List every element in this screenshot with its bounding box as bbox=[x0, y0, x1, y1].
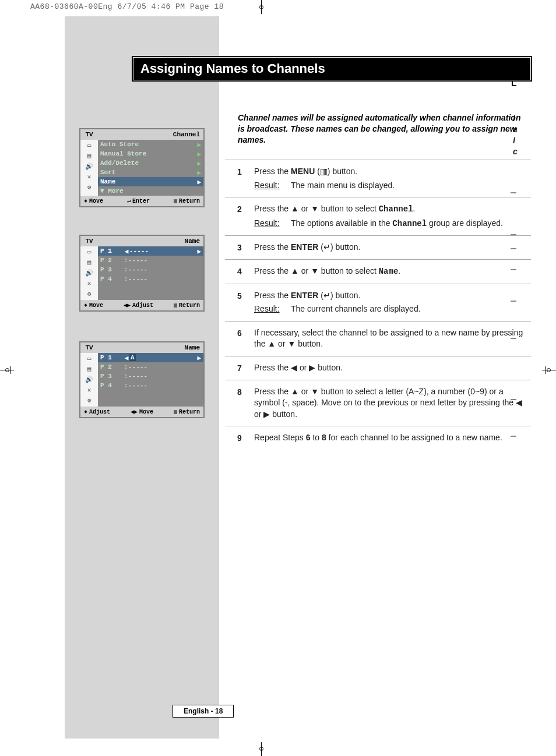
step-number: 4 bbox=[225, 266, 254, 278]
osd-ch: P 4 bbox=[100, 382, 124, 389]
enter-icon: ↵ bbox=[323, 242, 330, 252]
down-icon: ▼ bbox=[311, 204, 319, 213]
down-icon: ▼ bbox=[311, 266, 319, 275]
osd-foot-label: Enter bbox=[132, 198, 150, 204]
up-icon: ▲ bbox=[291, 204, 299, 213]
left-icon: ◀ bbox=[291, 363, 297, 372]
picture-icon: ▭ bbox=[84, 354, 94, 362]
osd-hdr-right: Name bbox=[98, 238, 203, 245]
crop-mark bbox=[259, 747, 263, 751]
right-icon: ▶ bbox=[263, 409, 270, 419]
osd-hdr-right: Channel bbox=[98, 131, 203, 138]
menu-icon: ▥ bbox=[174, 408, 177, 415]
cutoff-line: c bbox=[513, 146, 518, 157]
step-body: If necessary, select the channel to be a… bbox=[254, 327, 531, 350]
crop-mark bbox=[545, 366, 546, 374]
down-icon: ▼ bbox=[287, 339, 295, 348]
step-body: Press the MENU (▥) button. Result: The m… bbox=[254, 166, 531, 191]
osd-hdr-left: TV bbox=[80, 344, 98, 351]
leftright-icon: ◀▶ bbox=[131, 408, 138, 415]
osd-foot-label: Adjust bbox=[132, 302, 153, 309]
setup-icon: ✕ bbox=[84, 172, 94, 181]
result-label: Result: bbox=[254, 180, 280, 192]
steps: 1 Press the MENU (▥) button. Result: The… bbox=[225, 160, 531, 450]
osd-footer: ♦Move ↵Enter ▥Return bbox=[80, 196, 203, 206]
sound-icon: ▤ bbox=[84, 151, 94, 160]
right-icon: ▶ bbox=[309, 363, 315, 372]
step-body: Press the ▲ or ▼ button to select a lett… bbox=[254, 386, 531, 421]
osd-foot-label: Move bbox=[89, 302, 103, 309]
osd-ch: P 1 bbox=[100, 248, 124, 255]
osd-ch: P 3 bbox=[100, 373, 124, 380]
step-3: 3 Press the ENTER (↵) button. bbox=[225, 235, 531, 259]
step-body: Press the ◀ or ▶ button. bbox=[254, 362, 531, 374]
osd-hdr-left: TV bbox=[80, 131, 98, 138]
osd-val: ----- bbox=[128, 363, 201, 370]
osd-sep: : bbox=[124, 363, 128, 370]
step-9: 9 Repeat Steps 6 to 8 for each channel t… bbox=[225, 426, 531, 450]
osd-sep: : bbox=[124, 257, 128, 264]
function-icon: ⚙ bbox=[84, 289, 94, 298]
function-icon: ⚙ bbox=[84, 183, 94, 191]
page-number: English - 18 bbox=[173, 705, 234, 718]
osd-val: ----- bbox=[129, 248, 195, 255]
osd-val: ----- bbox=[128, 275, 201, 282]
osd-val: ----- bbox=[128, 257, 201, 264]
setup-icon: ✕ bbox=[84, 279, 94, 287]
osd-icon-col: ▭ ▤ 🔊 ✕ ⚙ bbox=[80, 246, 98, 300]
osd-icon-col: ▭ ▤ 🔊 ✕ ⚙ bbox=[80, 140, 98, 196]
step-number: 7 bbox=[225, 362, 254, 374]
osd-item: Add/Delete bbox=[100, 160, 195, 167]
osd-foot-label: Adjust bbox=[89, 409, 110, 415]
step-number: 8 bbox=[225, 386, 254, 421]
osd-val-hl: A bbox=[129, 354, 136, 361]
osd-footer: ♦Move ◀▶Adjust ▥Return bbox=[80, 300, 203, 310]
osd-foot-label: Return bbox=[179, 409, 200, 415]
enter-icon: ↵ bbox=[323, 291, 330, 300]
step-1: 1 Press the MENU (▥) button. Result: The… bbox=[225, 160, 531, 197]
step-body: Press the ENTER (↵) button. bbox=[254, 242, 531, 253]
step-body: Press the ▲ or ▼ button to select Name. bbox=[254, 266, 531, 278]
osd-item-selected: Name bbox=[100, 178, 195, 185]
osd-sep: : bbox=[124, 266, 128, 273]
channel-icon: 🔊 bbox=[84, 269, 94, 277]
osd-hdr-right: Name bbox=[98, 344, 203, 351]
step-7: 7 Press the ◀ or ▶ button. bbox=[225, 356, 531, 380]
chevron-right-icon: ▶ bbox=[195, 248, 201, 255]
enter-icon: ↵ bbox=[127, 197, 131, 204]
osd-val: ----- bbox=[128, 373, 201, 380]
updown-icon: ♦ bbox=[84, 302, 87, 309]
result-label: Result: bbox=[254, 218, 280, 229]
channel-icon: 🔊 bbox=[84, 375, 94, 383]
chevron-right-icon: ▶ bbox=[195, 160, 201, 167]
step-body: Repeat Steps 6 to 8 for each channel to … bbox=[254, 432, 531, 444]
up-icon: ▲ bbox=[291, 387, 299, 396]
intro-text: Channel names will be assigned automatic… bbox=[238, 112, 529, 146]
osd-foot-label: Return bbox=[179, 302, 200, 309]
osd-foot-label: Return bbox=[179, 198, 200, 204]
chevron-right-icon: ▶ bbox=[195, 141, 201, 149]
down-icon: ▼ bbox=[311, 387, 319, 396]
up-icon: ▲ bbox=[268, 339, 276, 348]
section-title-bar: Assigning Names to Channels bbox=[132, 56, 532, 82]
chevron-right-icon: ▶ bbox=[195, 178, 201, 186]
osd-item: Sort bbox=[100, 169, 195, 176]
picture-icon: ▭ bbox=[84, 141, 94, 149]
setup-icon: ✕ bbox=[84, 386, 94, 394]
osd-sep: : bbox=[124, 275, 128, 282]
chevron-right-icon: ▶ bbox=[195, 354, 201, 362]
step-number: 6 bbox=[225, 327, 254, 350]
osd-item: Auto Store bbox=[100, 141, 195, 148]
crop-mark bbox=[10, 366, 11, 374]
osd-list: Auto Store▶ Manual Store▶ Add/Delete▶ So… bbox=[98, 140, 203, 196]
menu-icon: ▥ bbox=[174, 302, 177, 309]
osd-name-edit: TV Name ▭ ▤ 🔊 ✕ ⚙ P 1◀A▶ P 2:----- P 3:-… bbox=[79, 341, 205, 418]
up-icon: ▲ bbox=[291, 266, 299, 275]
sound-icon: ▤ bbox=[84, 365, 94, 373]
osd-icon-col: ▭ ▤ 🔊 ✕ ⚙ bbox=[80, 353, 98, 407]
osd-ch: P 2 bbox=[100, 257, 124, 264]
step-8: 8 Press the ▲ or ▼ button to select a le… bbox=[225, 380, 531, 426]
step-number: 9 bbox=[225, 432, 254, 444]
section-title: Assigning Names to Channels bbox=[133, 57, 531, 80]
leftright-icon: ◀▶ bbox=[124, 302, 131, 309]
